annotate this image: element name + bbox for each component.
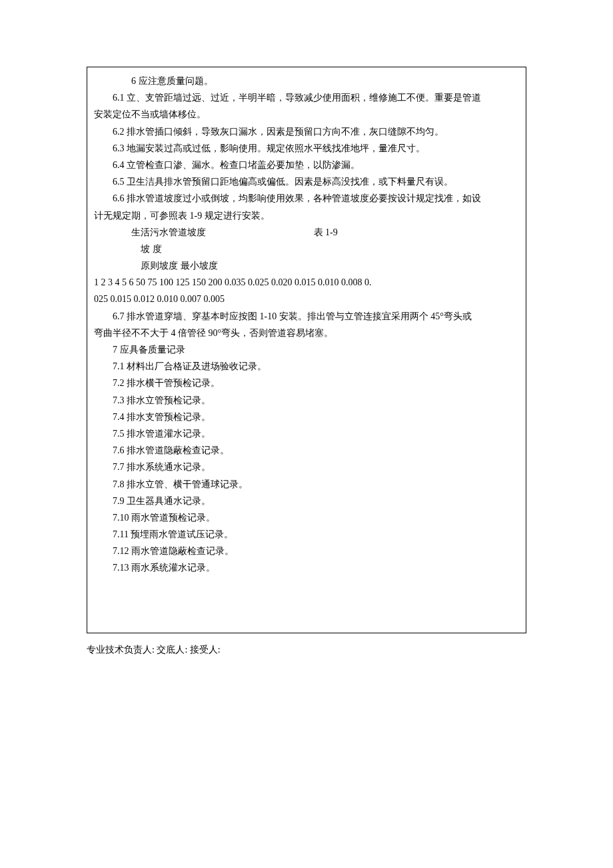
paragraph-6-1-line1: 6.1 立、支管距墙过远、过近，半明半暗，导致减少使用面积，维修施工不便。重要是… xyxy=(94,89,519,106)
table-header-columns: 原则坡度 最小坡度 xyxy=(94,257,519,274)
table-header-slope: 坡 度 xyxy=(94,241,519,257)
paragraph-7-3: 7.3 排水立管预检记录。 xyxy=(94,392,519,409)
signature-line: 专业技术负责人: 交底人: 接受人: xyxy=(87,641,526,658)
paragraph-7-2: 7.2 排水横干管预检记录。 xyxy=(94,375,519,391)
paragraph-7-12: 7.12 雨水管道隐蔽检查记录。 xyxy=(94,543,519,559)
paragraph-7-9: 7.9 卫生器具通水记录。 xyxy=(94,493,519,509)
paragraph-7-8: 7.8 排水立管、横干管通球记录。 xyxy=(94,476,519,493)
paragraph-7-7: 7.7 排水系统通水记录。 xyxy=(94,459,519,475)
paragraph-6-7-line2: 弯曲半径不不大于 4 倍管径 90°弯头，否则管道容易堵塞。 xyxy=(94,325,519,341)
paragraph-7-1: 7.1 材料出厂合格证及进场验收记录。 xyxy=(94,358,519,375)
paragraph-7-11: 7.11 预埋雨水管道试压记录。 xyxy=(94,526,519,543)
document-content-box: 6 应注意质量问题。 6.1 立、支管距墙过远、过近，半明半暗，导致减少使用面积… xyxy=(87,67,526,633)
paragraph-6-7-line1: 6.7 排水管道穿墙、穿基本时应按图 1-10 安装。排出管与立管连接宜采用两个… xyxy=(94,308,519,325)
paragraph-7: 7 应具备质量记录 xyxy=(94,341,519,358)
paragraph-7-4: 7.4 排水支管预检记录。 xyxy=(94,409,519,425)
paragraph-6-6-line1: 6.6 排水管道坡度过小或倒坡，均影响使用效果，各种管道坡度必要按设计规定找准，… xyxy=(94,190,519,207)
paragraph-6: 6 应注意质量问题。 xyxy=(94,73,519,89)
table-title-row: 生活污水管道坡度 表 1-9 xyxy=(94,224,519,241)
paragraph-6-3: 6.3 地漏安装过高或过低，影响使用。规定依照水平线找准地坪，量准尺寸。 xyxy=(94,140,519,157)
paragraph-6-4: 6.4 立管检查口渗、漏水。检查口堵盖必要加垫，以防渗漏。 xyxy=(94,157,519,173)
paragraph-7-6: 7.6 排水管道隐蔽检查记录。 xyxy=(94,442,519,459)
paragraph-7-5: 7.5 排水管道灌水记录。 xyxy=(94,425,519,442)
table-data-row2: 025 0.015 0.012 0.010 0.007 0.005 xyxy=(94,291,519,307)
paragraph-7-13: 7.13 雨水系统灌水记录。 xyxy=(94,559,519,576)
paragraph-6-6-line2: 计无规定期，可参照表 1-9 规定进行安装。 xyxy=(94,207,519,224)
paragraph-6-1-line2: 安装定位不当或墙体移位。 xyxy=(94,106,519,123)
paragraph-7-10: 7.10 雨水管道预检记录。 xyxy=(94,509,519,526)
table-number: 表 1-9 xyxy=(314,227,338,237)
paragraph-6-5: 6.5 卫生洁具排水管预留口距地偏高或偏低。因素是标高没找准，或下料量尺有误。 xyxy=(94,173,519,190)
paragraph-6-2: 6.2 排水管插口倾斜，导致灰口漏水，因素是预留口方向不准，灰口缝隙不均匀。 xyxy=(94,123,519,140)
table-title: 生活污水管道坡度 xyxy=(131,224,311,241)
table-data-row1: 1 2 3 4 5 6 50 75 100 125 150 200 0.035 … xyxy=(94,274,519,291)
